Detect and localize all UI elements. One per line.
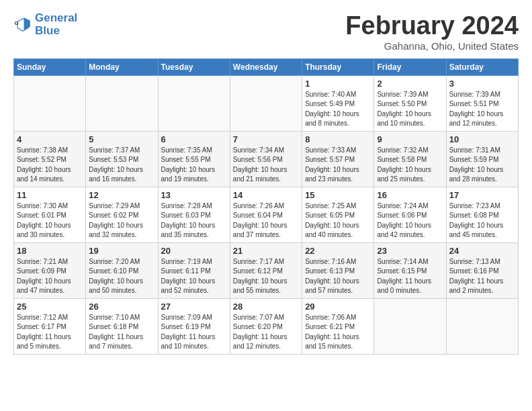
day-info: Sunrise: 7:12 AM Sunset: 6:17 PM Dayligh… — [17, 313, 83, 352]
calendar-cell: 4Sunrise: 7:38 AM Sunset: 5:52 PM Daylig… — [14, 131, 86, 187]
svg-text:G: G — [15, 20, 19, 26]
calendar-cell: 15Sunrise: 7:25 AM Sunset: 6:05 PM Dayli… — [302, 187, 374, 242]
calendar-cell: 1Sunrise: 7:40 AM Sunset: 5:49 PM Daylig… — [302, 75, 374, 131]
day-number: 19 — [89, 246, 154, 256]
header-day: Monday — [86, 58, 158, 75]
day-info: Sunrise: 7:19 AM Sunset: 6:11 PM Dayligh… — [161, 257, 227, 296]
day-info: Sunrise: 7:40 AM Sunset: 5:49 PM Dayligh… — [305, 90, 371, 129]
calendar-cell: 21Sunrise: 7:17 AM Sunset: 6:12 PM Dayli… — [230, 242, 302, 298]
day-number: 13 — [161, 190, 227, 200]
header-day: Thursday — [302, 58, 374, 75]
day-info: Sunrise: 7:21 AM Sunset: 6:09 PM Dayligh… — [17, 257, 83, 296]
day-info: Sunrise: 7:26 AM Sunset: 6:04 PM Dayligh… — [233, 201, 299, 240]
day-number: 18 — [17, 246, 83, 256]
day-number: 28 — [233, 302, 299, 312]
day-number: 12 — [89, 190, 154, 200]
header-day: Wednesday — [230, 58, 302, 75]
day-number: 15 — [305, 190, 371, 200]
day-number: 10 — [449, 134, 515, 144]
calendar-week-row: 4Sunrise: 7:38 AM Sunset: 5:52 PM Daylig… — [14, 131, 519, 187]
logo-icon: G — [13, 15, 32, 34]
calendar-cell: 25Sunrise: 7:12 AM Sunset: 6:17 PM Dayli… — [14, 298, 86, 354]
day-number: 14 — [233, 190, 299, 200]
logo: G General Blue — [13, 12, 77, 37]
day-info: Sunrise: 7:29 AM Sunset: 6:02 PM Dayligh… — [89, 201, 154, 240]
day-number: 27 — [161, 302, 227, 312]
calendar-cell: 19Sunrise: 7:20 AM Sunset: 6:10 PM Dayli… — [86, 242, 158, 298]
calendar-cell: 28Sunrise: 7:07 AM Sunset: 6:20 PM Dayli… — [230, 298, 302, 354]
day-number: 17 — [449, 190, 515, 200]
calendar-cell — [374, 298, 446, 354]
day-info: Sunrise: 7:16 AM Sunset: 6:13 PM Dayligh… — [305, 257, 371, 296]
calendar-week-row: 18Sunrise: 7:21 AM Sunset: 6:09 PM Dayli… — [14, 242, 519, 298]
day-info: Sunrise: 7:06 AM Sunset: 6:21 PM Dayligh… — [305, 313, 371, 352]
logo-line1: General — [35, 11, 77, 24]
day-number: 4 — [17, 134, 83, 144]
day-number: 2 — [377, 79, 443, 89]
day-info: Sunrise: 7:28 AM Sunset: 6:03 PM Dayligh… — [161, 201, 227, 240]
day-info: Sunrise: 7:33 AM Sunset: 5:57 PM Dayligh… — [305, 146, 371, 185]
calendar-cell: 16Sunrise: 7:24 AM Sunset: 6:06 PM Dayli… — [374, 187, 446, 242]
day-info: Sunrise: 7:37 AM Sunset: 5:53 PM Dayligh… — [89, 146, 154, 185]
header-day: Sunday — [14, 58, 86, 75]
day-info: Sunrise: 7:30 AM Sunset: 6:01 PM Dayligh… — [17, 201, 83, 240]
day-info: Sunrise: 7:24 AM Sunset: 6:06 PM Dayligh… — [377, 201, 443, 240]
calendar-week-row: 1Sunrise: 7:40 AM Sunset: 5:49 PM Daylig… — [14, 75, 519, 131]
calendar-cell: 9Sunrise: 7:32 AM Sunset: 5:58 PM Daylig… — [374, 131, 446, 187]
day-info: Sunrise: 7:34 AM Sunset: 5:56 PM Dayligh… — [233, 146, 299, 185]
calendar-cell — [14, 75, 86, 131]
day-info: Sunrise: 7:39 AM Sunset: 5:51 PM Dayligh… — [449, 90, 515, 129]
calendar-cell: 3Sunrise: 7:39 AM Sunset: 5:51 PM Daylig… — [446, 75, 518, 131]
day-number: 29 — [305, 302, 371, 312]
calendar-cell: 24Sunrise: 7:13 AM Sunset: 6:16 PM Dayli… — [446, 242, 518, 298]
day-info: Sunrise: 7:39 AM Sunset: 5:50 PM Dayligh… — [377, 90, 443, 129]
day-info: Sunrise: 7:35 AM Sunset: 5:55 PM Dayligh… — [161, 146, 227, 185]
logo-text: General Blue — [35, 12, 77, 37]
day-info: Sunrise: 7:38 AM Sunset: 5:52 PM Dayligh… — [17, 146, 83, 185]
day-number: 5 — [89, 134, 154, 144]
day-number: 7 — [233, 134, 299, 144]
header-row: SundayMondayTuesdayWednesdayThursdayFrid… — [14, 58, 519, 75]
day-number: 20 — [161, 246, 227, 256]
calendar-cell: 12Sunrise: 7:29 AM Sunset: 6:02 PM Dayli… — [86, 187, 158, 242]
calendar-cell: 26Sunrise: 7:10 AM Sunset: 6:18 PM Dayli… — [86, 298, 158, 354]
day-info: Sunrise: 7:32 AM Sunset: 5:58 PM Dayligh… — [377, 146, 443, 185]
calendar-cell — [230, 75, 302, 131]
calendar-cell: 6Sunrise: 7:35 AM Sunset: 5:55 PM Daylig… — [158, 131, 230, 187]
day-number: 22 — [305, 246, 371, 256]
day-info: Sunrise: 7:20 AM Sunset: 6:10 PM Dayligh… — [89, 257, 154, 296]
calendar-cell — [86, 75, 158, 131]
day-info: Sunrise: 7:31 AM Sunset: 5:59 PM Dayligh… — [449, 146, 515, 185]
header-day: Friday — [374, 58, 446, 75]
day-number: 21 — [233, 246, 299, 256]
header: G General Blue February 2024 Gahanna, Oh… — [13, 12, 519, 52]
calendar-cell: 2Sunrise: 7:39 AM Sunset: 5:50 PM Daylig… — [374, 75, 446, 131]
calendar-cell: 29Sunrise: 7:06 AM Sunset: 6:21 PM Dayli… — [302, 298, 374, 354]
day-number: 3 — [449, 79, 515, 89]
day-number: 8 — [305, 134, 371, 144]
day-info: Sunrise: 7:13 AM Sunset: 6:16 PM Dayligh… — [449, 257, 515, 296]
calendar-cell: 10Sunrise: 7:31 AM Sunset: 5:59 PM Dayli… — [446, 131, 518, 187]
header-day: Tuesday — [158, 58, 230, 75]
day-info: Sunrise: 7:23 AM Sunset: 6:08 PM Dayligh… — [449, 201, 515, 240]
calendar-cell: 23Sunrise: 7:14 AM Sunset: 6:15 PM Dayli… — [374, 242, 446, 298]
calendar-table: SundayMondayTuesdayWednesdayThursdayFrid… — [13, 58, 519, 355]
calendar-cell: 17Sunrise: 7:23 AM Sunset: 6:08 PM Dayli… — [446, 187, 518, 242]
subtitle: Gahanna, Ohio, United States — [345, 40, 519, 52]
day-info: Sunrise: 7:17 AM Sunset: 6:12 PM Dayligh… — [233, 257, 299, 296]
logo-line2: Blue — [35, 24, 60, 37]
day-number: 25 — [17, 302, 83, 312]
day-number: 6 — [161, 134, 227, 144]
calendar-week-row: 11Sunrise: 7:30 AM Sunset: 6:01 PM Dayli… — [14, 187, 519, 242]
day-number: 16 — [377, 190, 443, 200]
title-block: February 2024 Gahanna, Ohio, United Stat… — [345, 12, 519, 52]
calendar-cell: 22Sunrise: 7:16 AM Sunset: 6:13 PM Dayli… — [302, 242, 374, 298]
calendar-week-row: 25Sunrise: 7:12 AM Sunset: 6:17 PM Dayli… — [14, 298, 519, 354]
day-info: Sunrise: 7:14 AM Sunset: 6:15 PM Dayligh… — [377, 257, 443, 296]
calendar-cell: 14Sunrise: 7:26 AM Sunset: 6:04 PM Dayli… — [230, 187, 302, 242]
calendar-cell: 20Sunrise: 7:19 AM Sunset: 6:11 PM Dayli… — [158, 242, 230, 298]
day-number: 24 — [449, 246, 515, 256]
day-info: Sunrise: 7:25 AM Sunset: 6:05 PM Dayligh… — [305, 201, 371, 240]
main-title: February 2024 — [345, 12, 519, 40]
day-info: Sunrise: 7:09 AM Sunset: 6:19 PM Dayligh… — [161, 313, 227, 352]
